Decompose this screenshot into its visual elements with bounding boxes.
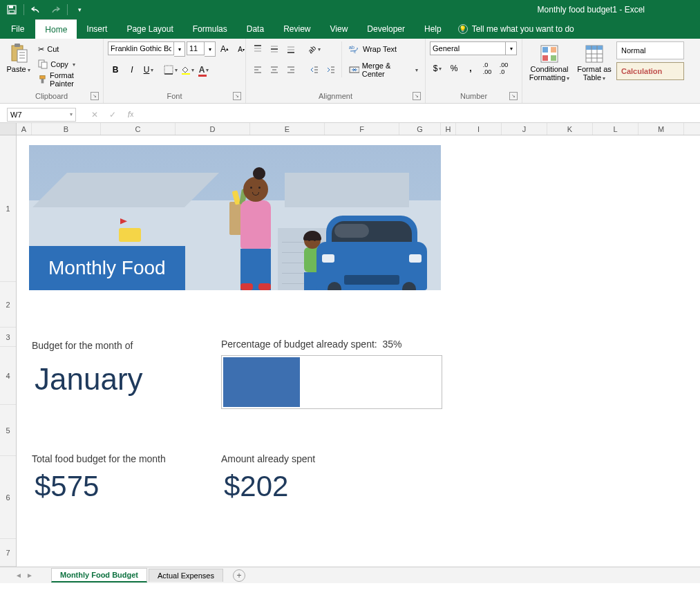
row-header-7[interactable]: 7 (0, 539, 16, 567)
name-box-dropdown[interactable]: ▾ (70, 111, 73, 117)
save-button[interactable] (4, 2, 19, 17)
tab-developer[interactable]: Developer (357, 19, 415, 39)
col-header-A[interactable]: A (17, 123, 32, 135)
group-alignment: ab▾ abc Wrap Text Merge & (246, 39, 426, 103)
undo-button[interactable] (28, 2, 44, 17)
row-header-6[interactable]: 6 (0, 456, 16, 539)
fill-color-button[interactable]: ▾ (180, 62, 195, 77)
increase-decimal-button[interactable]: .0.00 (480, 61, 495, 76)
col-header-H[interactable]: H (441, 123, 456, 135)
sheet-nav-next[interactable]: ► (25, 571, 35, 580)
wrap-text-button[interactable]: abc Wrap Text (346, 41, 421, 57)
sheet-tab-2[interactable]: Actual Expenses (149, 569, 223, 582)
title-bar: ▾ Monthly food budget1 - Excel (0, 0, 700, 19)
increase-indent-button[interactable] (323, 62, 339, 77)
total-budget-label: Total food budget for the month (32, 453, 166, 464)
sheet-nav-prev[interactable]: ◄ (14, 571, 23, 580)
tab-home[interactable]: Home (35, 19, 77, 39)
redo-button[interactable] (48, 2, 63, 17)
number-format-combo[interactable]: ▾ (430, 41, 517, 55)
format-as-table-button[interactable]: Format as Table▾ (575, 41, 614, 84)
cut-button[interactable]: ✂ Cut (35, 41, 99, 57)
col-header-K[interactable]: K (547, 123, 593, 135)
enter-formula-button[interactable]: ✓ (105, 107, 120, 122)
tab-formulas[interactable]: Formulas (183, 19, 237, 39)
cells-area[interactable]: Monthly Food Budget for the month of Per… (17, 135, 700, 583)
tab-data[interactable]: Data (237, 19, 274, 39)
tell-me-search[interactable]: 💡 Tell me what you want to do (451, 19, 581, 39)
number-launcher[interactable]: ↘ (509, 92, 518, 100)
align-top-button[interactable] (250, 41, 265, 57)
align-right-button[interactable] (283, 62, 299, 77)
col-header-D[interactable]: D (176, 123, 250, 135)
align-left-button[interactable] (250, 62, 265, 77)
font-size-input[interactable] (187, 41, 205, 55)
accounting-format-button[interactable]: $▾ (430, 61, 445, 76)
increase-font-button[interactable]: A▴ (217, 41, 232, 57)
italic-button[interactable]: I (124, 62, 140, 77)
paste-button[interactable]: Paste▾ (4, 41, 32, 76)
formula-bar: W7 ▾ ✕ ✓ fx (0, 106, 700, 123)
orientation-button[interactable]: ab▾ (307, 41, 322, 57)
merge-center-button[interactable]: Merge & Center▾ (346, 62, 421, 77)
col-header-G[interactable]: G (399, 123, 441, 135)
tab-page-layout[interactable]: Page Layout (117, 19, 182, 39)
col-header-M[interactable]: M (638, 123, 684, 135)
sheet-tab-1[interactable]: Monthly Food Budget (51, 568, 147, 582)
font-size-dropdown[interactable]: ▾ (205, 41, 216, 57)
style-normal[interactable]: Normal (616, 41, 684, 59)
decrease-decimal-button[interactable]: .00.0 (496, 61, 511, 76)
borders-button[interactable]: ▾ (163, 62, 178, 77)
conditional-formatting-button[interactable]: Conditional Formatting▾ (527, 41, 572, 84)
select-all-corner[interactable] (0, 123, 17, 135)
tab-insert[interactable]: Insert (77, 19, 117, 39)
align-bottom-button[interactable] (283, 41, 299, 57)
tab-review[interactable]: Review (274, 19, 320, 39)
column-headers: ABCDEFGHIJKLM (0, 123, 700, 135)
tab-file[interactable]: File (0, 19, 35, 39)
bold-button[interactable]: B (108, 62, 123, 77)
row-header-4[interactable]: 4 (0, 347, 16, 405)
col-header-C[interactable]: C (101, 123, 176, 135)
col-header-J[interactable]: J (502, 123, 547, 135)
col-header-F[interactable]: F (325, 123, 399, 135)
formula-input[interactable] (141, 108, 700, 122)
new-sheet-button[interactable]: + (233, 569, 245, 582)
font-name-dropdown[interactable]: ▾ (174, 41, 185, 57)
col-header-B[interactable]: B (32, 123, 101, 135)
comma-format-button[interactable]: , (463, 61, 478, 76)
wrap-text-icon: abc (349, 44, 360, 54)
row-header-2[interactable]: 2 (0, 282, 16, 328)
number-format-input[interactable] (430, 41, 506, 55)
font-name-combo[interactable]: ▾ (108, 41, 185, 57)
copy-button[interactable]: Copy▾ (35, 57, 99, 72)
cancel-formula-button[interactable]: ✕ (87, 107, 102, 122)
row-header-5[interactable]: 5 (0, 405, 16, 456)
insert-function-button[interactable]: fx (123, 107, 138, 122)
row-header-3[interactable]: 3 (0, 328, 16, 347)
font-color-button[interactable]: A▾ (196, 62, 211, 77)
underline-button[interactable]: U▾ (141, 62, 156, 77)
percent-format-button[interactable]: % (446, 61, 462, 76)
name-box[interactable]: W7 ▾ (7, 108, 76, 122)
alignment-launcher[interactable]: ↘ (413, 92, 421, 100)
decrease-indent-button[interactable] (307, 62, 322, 77)
row-header-1[interactable]: 1 (0, 135, 16, 282)
tab-view[interactable]: View (321, 19, 358, 39)
number-format-dropdown[interactable]: ▾ (506, 41, 517, 55)
col-header-E[interactable]: E (250, 123, 325, 135)
svg-rect-11 (40, 75, 45, 79)
font-launcher[interactable]: ↘ (233, 92, 241, 100)
qat-customize-button[interactable]: ▾ (72, 2, 87, 17)
font-size-combo[interactable]: ▾ (187, 41, 216, 57)
font-name-input[interactable] (108, 41, 174, 55)
align-center-button[interactable] (267, 62, 282, 77)
style-calculation[interactable]: Calculation (616, 62, 684, 80)
format-painter-button[interactable]: Format Painter (35, 72, 99, 87)
tab-help[interactable]: Help (415, 19, 451, 39)
col-header-L[interactable]: L (593, 123, 638, 135)
align-middle-button[interactable] (267, 41, 282, 57)
col-header-I[interactable]: I (456, 123, 502, 135)
clipboard-launcher[interactable]: ↘ (91, 92, 99, 100)
ribbon-tabs: File Home Insert Page Layout Formulas Da… (0, 19, 700, 39)
